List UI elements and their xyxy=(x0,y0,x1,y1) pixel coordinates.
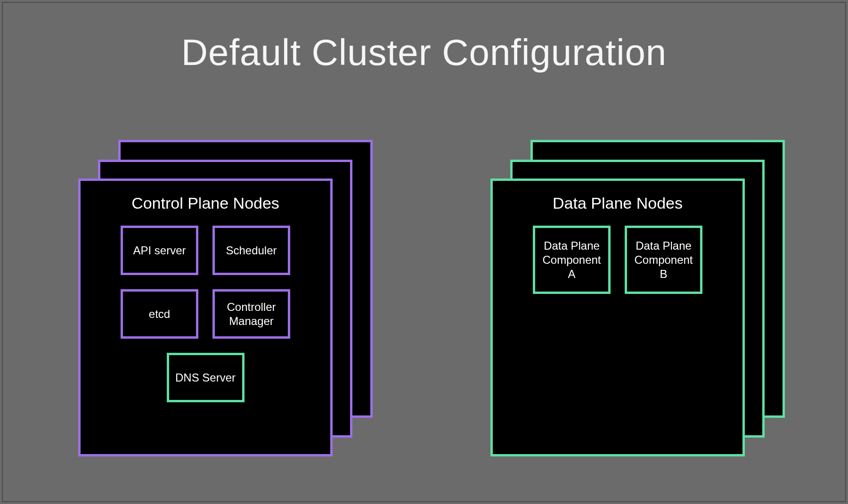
diagram-area: Control Plane Nodes API server Scheduler… xyxy=(3,112,845,504)
etcd-component: etcd xyxy=(121,289,198,339)
scheduler-component: Scheduler xyxy=(212,226,290,275)
dns-server-component: DNS Server xyxy=(167,353,245,402)
page-title: Default Cluster Configuration xyxy=(3,31,845,74)
data-plane-component-a: Data Plane Component A xyxy=(533,226,611,294)
api-server-component: API server xyxy=(121,226,198,275)
data-plane-card-front: Data Plane Nodes Data Plane Component A … xyxy=(490,179,745,456)
dns-row: DNS Server xyxy=(90,353,321,402)
data-plane-components: Data Plane Component A Data Plane Compon… xyxy=(502,226,733,294)
controller-manager-component: Controller Manager xyxy=(212,289,290,339)
control-plane-components: API server Scheduler etcd Controller Man… xyxy=(90,226,321,339)
diagram-frame: Default Cluster Configuration Control Pl… xyxy=(2,2,846,502)
data-plane-title: Data Plane Nodes xyxy=(502,194,733,212)
control-plane-title: Control Plane Nodes xyxy=(90,194,321,212)
control-plane-card-front: Control Plane Nodes API server Scheduler… xyxy=(78,179,333,456)
data-plane-component-b: Data Plane Component B xyxy=(625,226,702,294)
